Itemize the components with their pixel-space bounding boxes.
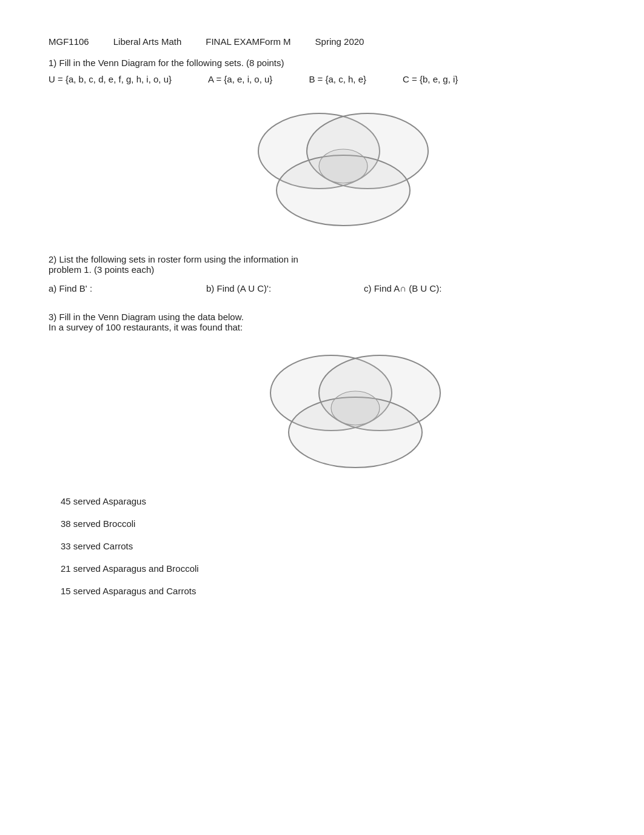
set-B: B = {a, c, h, e} [309,74,366,84]
semester: Spring 2020 [315,36,364,47]
header: MGF1106 Liberal Arts Math FINAL EXAMForm… [49,36,595,47]
data-item-0: 45 served Asparagus [61,496,595,506]
problem2-label1: 2) List the following sets in roster for… [49,254,595,264]
svg-point-7 [331,391,380,425]
find-part-b: b) Find (A U C)': [206,283,364,293]
problem3-label2: In a survey of 100 restaurants, it was f… [49,322,595,332]
sets-line: U = {a, b, c, d, e, f, g, h, i, o, u} A … [49,74,595,84]
data-item-2: 33 served Carrots [61,541,595,551]
set-A: A = {a, e, i, o, u} [208,74,272,84]
data-item-3: 21 served Asparagus and Broccoli [61,563,595,574]
data-item-4: 15 served Asparagus and Carrots [61,586,595,596]
problem3-label1: 3) Fill in the Venn Diagram using the da… [49,312,595,322]
find-part-c: c) Find A∩ (B U C): [364,283,522,293]
course-title: Liberal Arts Math [113,36,182,47]
venn-diagram-2 [109,338,595,478]
problem-3: 3) Fill in the Venn Diagram using the da… [49,312,595,596]
data-item-1: 38 served Broccoli [61,518,595,529]
venn-diagram-1 [85,96,595,236]
find-parts: a) Find B' : b) Find (A U C)': c) Find A… [49,283,595,293]
problem1-label: 1) Fill in the Venn Diagram for the foll… [49,58,595,68]
problem2-label2: problem 1. (3 points each) [49,264,595,275]
find-part-a: a) Find B' : [49,283,206,293]
set-U: U = {a, b, c, d, e, f, g, h, i, o, u} [49,74,172,84]
problem-2: 2) List the following sets in roster for… [49,254,595,293]
problem-1: 1) Fill in the Venn Diagram for the foll… [49,58,595,236]
exam-label: FINAL EXAMForm M [206,36,290,47]
svg-point-3 [319,149,367,183]
data-list: 45 served Asparagus 38 served Broccoli 3… [61,496,595,596]
course-code: MGF1106 [49,36,89,47]
set-C: C = {b, e, g, i} [403,74,458,84]
